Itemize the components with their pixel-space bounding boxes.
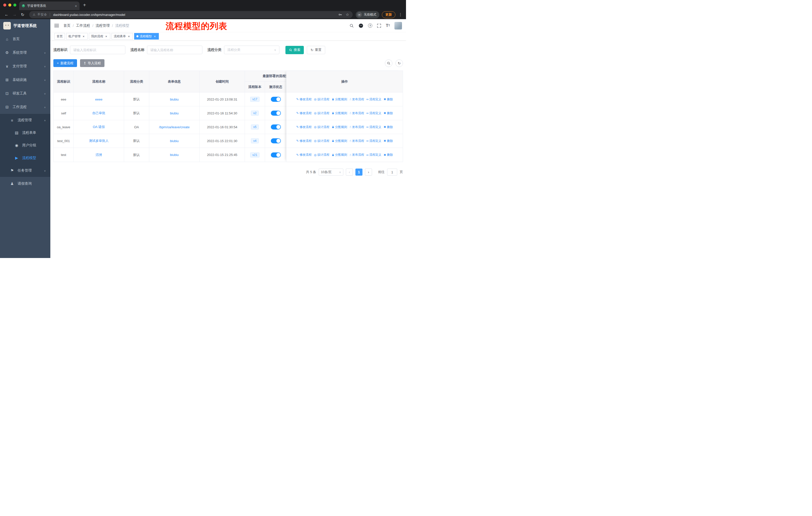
browser-tab[interactable]: 芋道管理系统 × <box>19 1 80 10</box>
sidebar-item-home[interactable]: ⌂首页 <box>0 32 50 46</box>
user-avatar[interactable] <box>395 22 402 29</box>
modify-process-link[interactable]: ✎修改流程 <box>296 97 312 102</box>
tab-my-process[interactable]: 我的流程× <box>89 33 110 39</box>
delete-link[interactable]: ✖删除 <box>384 97 393 102</box>
active-toggle[interactable] <box>271 111 281 116</box>
window-close-button[interactable] <box>3 3 6 6</box>
update-button[interactable]: 更新 <box>382 11 396 18</box>
sidebar-item-dev-tools[interactable]: ⊡研发工具∨ <box>0 87 50 100</box>
process-definition-link[interactable]: ∞流程定义 <box>367 97 382 102</box>
publish-process-link[interactable]: ☝发布流程 <box>349 111 364 115</box>
github-icon[interactable] <box>358 23 364 28</box>
form-info-link[interactable]: /bpm/oa/leave/create <box>159 125 190 129</box>
publish-process-link[interactable]: ☝发布流程 <box>349 97 364 102</box>
tab-close-icon[interactable]: × <box>75 4 77 8</box>
publish-process-link[interactable]: ☝发布流程 <box>349 139 364 143</box>
process-name-link[interactable]: 测试多审批人 <box>89 139 109 143</box>
sidebar-item-task-management[interactable]: ⚑任务管理∨ <box>0 164 50 177</box>
active-toggle[interactable] <box>271 138 281 143</box>
modify-process-link[interactable]: ✎修改流程 <box>296 125 312 129</box>
design-process-link[interactable]: ◎设计流程 <box>314 139 329 143</box>
tab-close-icon[interactable]: × <box>82 35 85 38</box>
process-name-link[interactable]: OA 请假 <box>93 125 105 129</box>
hamburger-icon[interactable] <box>54 24 59 27</box>
assign-rules-link[interactable]: ♟分配规则 <box>331 153 347 157</box>
publish-process-link[interactable]: ☝发布流程 <box>349 153 364 157</box>
fullscreen-icon[interactable] <box>377 23 381 28</box>
breadcrumb-item[interactable]: 流程管理 <box>96 23 110 28</box>
modify-process-link[interactable]: ✎修改流程 <box>296 139 312 143</box>
breadcrumb-item[interactable]: 工作流程 <box>76 23 90 28</box>
page-size-select[interactable]: 10条/页 ∨ <box>319 168 343 175</box>
process-name-input[interactable] <box>147 46 202 54</box>
active-toggle[interactable] <box>271 153 281 158</box>
category-select[interactable]: 流程分类 ∨ <box>224 46 280 54</box>
process-definition-link[interactable]: ∞流程定义 <box>367 153 382 157</box>
search-button[interactable]: 搜索 <box>285 46 304 54</box>
design-process-link[interactable]: ◎设计流程 <box>314 125 329 129</box>
create-process-button[interactable]: + 新建流程 <box>53 59 77 67</box>
tab-close-icon[interactable]: × <box>127 35 130 38</box>
goto-page-input[interactable] <box>387 168 397 175</box>
form-info-link[interactable]: biubiu <box>170 111 179 115</box>
reset-button[interactable]: ↻ 重置 <box>307 46 325 54</box>
process-definition-link[interactable]: ∞流程定义 <box>367 139 382 143</box>
tab-home[interactable]: 首页 <box>54 33 65 39</box>
bookmark-star-icon[interactable]: ☆ <box>346 12 349 17</box>
back-button[interactable]: ← <box>3 12 10 17</box>
refresh-table-button[interactable]: ↻ <box>396 59 403 67</box>
form-info-link[interactable]: biubiu <box>170 139 179 143</box>
sidebar-item-process-model[interactable]: ▶流程模型 <box>0 152 50 164</box>
tab-process-form[interactable]: 流程表单× <box>112 33 133 39</box>
window-zoom-button[interactable] <box>13 3 17 6</box>
publish-process-link[interactable]: ☝发布流程 <box>349 125 364 129</box>
sidebar-item-leave-query[interactable]: ♟请假查询 <box>0 177 50 190</box>
assign-rules-link[interactable]: ♟分配规则 <box>331 97 347 102</box>
help-icon[interactable]: ? <box>368 23 372 28</box>
breadcrumb-item[interactable]: 首页 <box>63 23 70 28</box>
assign-rules-link[interactable]: ♟分配规则 <box>331 125 347 129</box>
sidebar-item-payment-management[interactable]: ¥支付管理∨ <box>0 59 50 73</box>
font-size-icon[interactable]: TT <box>386 24 390 28</box>
tab-tenant-management[interactable]: 租户管理× <box>66 33 88 39</box>
form-info-link[interactable]: biubiu <box>170 153 179 157</box>
design-process-link[interactable]: ◎设计流程 <box>314 97 329 102</box>
process-definition-link[interactable]: ∞流程定义 <box>367 125 382 129</box>
modify-process-link[interactable]: ✎修改流程 <box>296 153 312 157</box>
sidebar-item-user-group[interactable]: ◉用户分组 <box>0 139 50 152</box>
import-process-button[interactable]: ↥ 导入流程 <box>80 59 105 67</box>
sidebar-item-process-form[interactable]: ▤流程表单 <box>0 127 50 139</box>
process-definition-link[interactable]: ∞流程定义 <box>367 111 382 115</box>
tab-process-model[interactable]: 流程模型× <box>134 33 159 39</box>
delete-link[interactable]: ✖删除 <box>384 111 393 115</box>
sidebar-item-workflow[interactable]: ⊟工作流程∧ <box>0 100 50 114</box>
tab-close-icon[interactable]: × <box>105 35 108 38</box>
active-toggle[interactable] <box>271 97 281 102</box>
delete-link[interactable]: ✖删除 <box>384 139 393 143</box>
browser-menu-icon[interactable]: ⋮ <box>398 12 403 17</box>
search-icon[interactable] <box>349 23 354 28</box>
assign-rules-link[interactable]: ♟分配规则 <box>331 139 347 143</box>
key-icon[interactable] <box>338 12 342 17</box>
sidebar-item-process-management[interactable]: ≡流程管理∧ <box>0 114 50 127</box>
process-name-link[interactable]: 滔博 <box>96 153 102 157</box>
process-name-link[interactable]: 自己审批 <box>92 111 106 115</box>
process-key-input[interactable] <box>70 46 125 54</box>
address-bar[interactable]: ⚠ 不安全 dashboard.yudao.iocoder.cn/bpm/man… <box>29 11 353 18</box>
next-page-button[interactable]: › <box>365 168 372 175</box>
toggle-search-button[interactable] <box>385 59 393 67</box>
reload-button[interactable]: ↻ <box>19 12 26 17</box>
delete-link[interactable]: ✖删除 <box>384 153 393 157</box>
active-toggle[interactable] <box>271 125 281 130</box>
process-name-link[interactable]: eeee <box>95 98 103 101</box>
prev-page-button[interactable]: ‹ <box>346 168 353 175</box>
design-process-link[interactable]: ◎设计流程 <box>314 153 329 157</box>
sidebar-item-infrastructure[interactable]: ⊞基础设施∨ <box>0 73 50 87</box>
sidebar-item-system-management[interactable]: ⚙系统管理∨ <box>0 46 50 59</box>
forward-button[interactable]: → <box>11 12 18 17</box>
assign-rules-link[interactable]: ♟分配规则 <box>331 111 347 115</box>
tab-close-icon[interactable]: × <box>153 35 156 38</box>
window-minimize-button[interactable] <box>8 3 11 6</box>
page-number-button[interactable]: 1 <box>355 168 362 175</box>
modify-process-link[interactable]: ✎修改流程 <box>296 111 312 115</box>
